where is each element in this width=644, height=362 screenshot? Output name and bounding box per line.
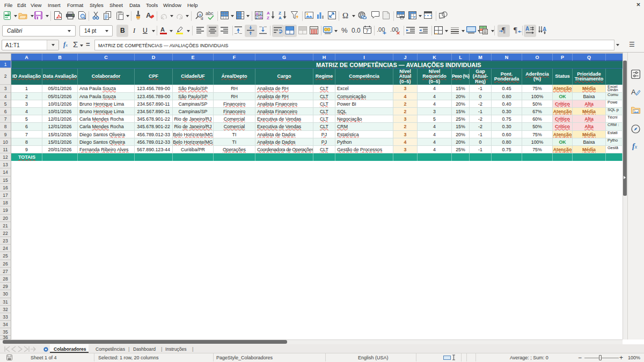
svg-text:7: 7 (366, 28, 369, 34)
svg-text:Z: Z (279, 11, 281, 16)
svg-text:A: A (160, 26, 165, 33)
svg-text:A: A (525, 26, 529, 32)
svg-text:d: d (201, 16, 203, 20)
svg-text:A: A (256, 12, 259, 16)
svg-text:¶: ¶ (514, 26, 517, 34)
svg-text:abc: abc (206, 11, 214, 16)
svg-text:A: A (267, 11, 270, 16)
svg-text:Z: Z (267, 16, 269, 20)
svg-text:Ω: Ω (342, 11, 348, 19)
svg-text:.00: .00 (377, 27, 385, 33)
svg-text:A: A (631, 88, 636, 96)
svg-text:Z: Z (260, 12, 262, 16)
svg-text:A: A (146, 11, 151, 19)
svg-text:¶: ¶ (502, 26, 506, 34)
svg-text:A: A (279, 16, 282, 20)
svg-text:Z: Z (256, 16, 258, 19)
svg-text:A: A (260, 16, 262, 19)
